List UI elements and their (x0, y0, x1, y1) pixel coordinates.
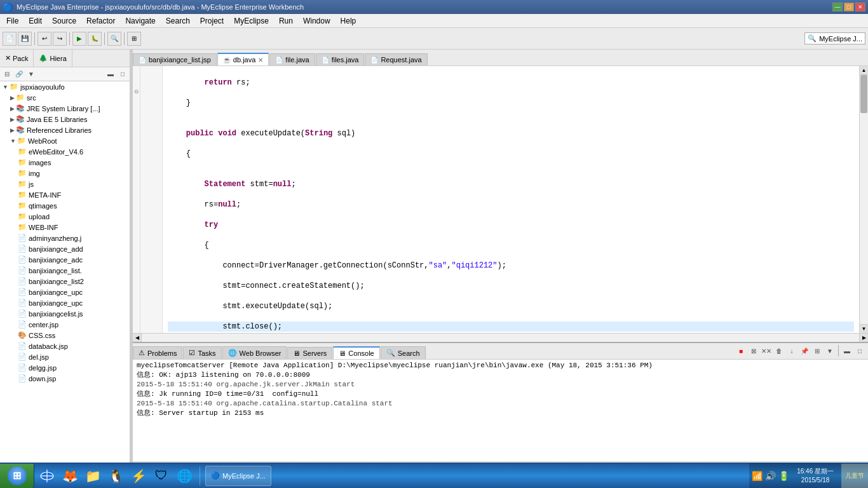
taskbar-holiday[interactable]: 儿童节 (841, 464, 868, 488)
sidebar-minimize-btn[interactable]: ▬ (105, 69, 116, 80)
tree-js[interactable]: 📁 js (0, 179, 130, 189)
toolbar-search-box[interactable]: 🔍 MyEclipse J... (804, 32, 865, 44)
tree-banjixiangce-list2[interactable]: 📄 banjixiangce_list2 (0, 276, 130, 287)
sidebar-link-btn[interactable]: 🔗 (13, 69, 25, 80)
tree-center[interactable]: 📄 center.jsp (0, 319, 130, 330)
editor-horizontal-scrollbar[interactable]: ◀ ▶ (133, 333, 868, 342)
tab-search[interactable]: 🔍 Search (381, 346, 426, 359)
sidebar-tab-hiera[interactable]: 🌲 Hiera (34, 50, 72, 67)
tree-img[interactable]: 📁 img (0, 168, 130, 179)
tray-battery-icon[interactable]: 🔋 (778, 471, 789, 481)
menu-item-help[interactable]: Help (336, 15, 362, 27)
taskbar-icon-qq[interactable]: 🐧 (105, 466, 126, 486)
menu-item-project[interactable]: Project (195, 15, 229, 27)
tree-delgg[interactable]: 📄 delgg.jsp (0, 362, 130, 373)
tree-adminyanzheng[interactable]: 📄 adminyanzheng.j (0, 233, 130, 243)
console-disconnect-btn[interactable]: ⊠ (748, 345, 759, 356)
tree-down[interactable]: 📄 down.jsp (0, 373, 130, 384)
scroll-left-btn[interactable]: ◀ (133, 334, 142, 342)
tree-css[interactable]: 🎨 CSS.css (0, 330, 130, 341)
sidebar-maximize-btn[interactable]: □ (117, 69, 128, 80)
tab-banjixiangce-list[interactable]: 📄 banjixiangce_list.jsp (133, 53, 217, 65)
tree-javaee[interactable]: ▶ 📚 Java EE 5 Libraries (0, 114, 130, 125)
menu-item-search[interactable]: Search (161, 15, 195, 27)
tray-network-icon[interactable]: 📶 (752, 471, 763, 481)
tree-banjixiangce-upc2[interactable]: 📄 banjixiangce_upc (0, 297, 130, 308)
tab-db-close[interactable]: ✕ (258, 57, 263, 64)
minimize-button[interactable]: — (832, 3, 843, 11)
tab-db-java[interactable]: ☕ db.java ✕ (217, 53, 269, 65)
taskbar-icon-ie[interactable] (37, 466, 57, 486)
tab-console[interactable]: 🖥 Console (333, 346, 379, 359)
tree-del[interactable]: 📄 del.jsp (0, 351, 130, 362)
sidebar-menu-btn[interactable]: ▼ (25, 69, 37, 80)
console-maximize-btn[interactable]: □ (854, 345, 865, 356)
tab-request-java[interactable]: 📄 Request.java (365, 53, 427, 65)
tree-metainf[interactable]: 📁 META-INF (0, 189, 130, 200)
toolbar-save-btn[interactable]: 💾 (18, 32, 32, 46)
menu-item-run[interactable]: Run (274, 15, 298, 27)
toolbar-debug-btn[interactable]: 🐛 (88, 32, 102, 46)
menu-item-navigate[interactable]: Navigate (120, 15, 160, 27)
taskbar-icon-thunder[interactable]: ⚡ (128, 466, 149, 486)
tree-banjixiangcelist[interactable]: 📄 banjixiangcelist.js (0, 308, 130, 319)
tree-src[interactable]: ▶ 📁 src (0, 92, 130, 103)
tab-servers[interactable]: 🖥 Servers (287, 347, 332, 359)
tree-webroot[interactable]: ▼ 📁 WebRoot (0, 135, 130, 146)
taskbar-icon-firefox[interactable]: 🦊 (60, 466, 80, 486)
tree-reflib[interactable]: ▶ 📚 Referenced Libraries (0, 125, 130, 135)
taskbar-icon-folder[interactable]: 📁 (83, 466, 103, 486)
menu-item-window[interactable]: Window (298, 15, 336, 27)
console-clear-btn[interactable]: 🗑 (773, 345, 785, 356)
menu-item-source[interactable]: Source (47, 15, 81, 27)
tree-images[interactable]: 📁 images (0, 157, 130, 168)
tree-upload[interactable]: 📁 upload (0, 211, 130, 222)
tab-problems[interactable]: ⚠ Problems (133, 346, 182, 359)
console-pin-btn[interactable]: 📌 (799, 345, 810, 356)
start-button[interactable]: ⊞ (0, 464, 34, 488)
taskbar-app-myeclipse[interactable]: 🔵 MyEclipse J... (205, 466, 271, 486)
scroll-down-btn[interactable]: ▼ (860, 324, 868, 333)
tree-qtimages[interactable]: 📁 qtimages (0, 200, 130, 211)
console-menu-btn[interactable]: ▼ (824, 345, 836, 356)
console-terminate-btn[interactable]: ■ (735, 345, 747, 356)
taskbar-clock[interactable]: 16:46 星期一 2015/5/18 (792, 467, 839, 485)
taskbar-icon-chrome[interactable]: 🌐 (174, 466, 194, 486)
maximize-button[interactable]: □ (844, 3, 854, 11)
scroll-up-btn[interactable]: ▲ (860, 66, 868, 75)
tray-volume-icon[interactable]: 🔊 (765, 471, 776, 481)
tree-jre[interactable]: ▶ 📚 JRE System Library [...] (0, 103, 130, 114)
taskbar-icon-360[interactable]: 🛡 (151, 466, 172, 486)
tree-ewebeditor[interactable]: 📁 eWebEditor_V4.6 (0, 146, 130, 157)
menu-item-file[interactable]: File (1, 15, 24, 27)
toolbar-perspective-btn[interactable]: ⊞ (127, 32, 141, 46)
tree-databack[interactable]: 📄 databack.jsp (0, 341, 130, 351)
console-new-btn[interactable]: ⊞ (811, 345, 823, 356)
scroll-thumb[interactable] (860, 75, 867, 113)
tab-file-java[interactable]: 📄 file.java (269, 53, 315, 65)
toolbar-undo-btn[interactable]: ↩ (37, 32, 51, 46)
toolbar-search-btn[interactable]: 🔍 (107, 32, 121, 46)
code-editor[interactable]: return rs; } public void executeUpdate(S… (163, 66, 859, 333)
toolbar-redo-btn[interactable]: ↪ (53, 32, 67, 46)
tab-web-browser[interactable]: 🌐 Web Browser (222, 346, 287, 359)
tree-banjixiangce-list[interactable]: 📄 banjixiangce_list. (0, 265, 130, 276)
tree-banjixiangce-adc[interactable]: 📄 banjixiangce_adc (0, 254, 130, 265)
toolbar-run-btn[interactable]: ▶ (72, 32, 86, 46)
tree-webinf[interactable]: 📁 WEB-INF (0, 222, 130, 233)
toolbar-new-btn[interactable]: 📄 (3, 32, 17, 46)
menu-item-edit[interactable]: Edit (24, 15, 47, 27)
tree-root[interactable]: ▼ 📁 jspxiaoyoulufo (0, 81, 130, 92)
console-minimize-btn[interactable]: ▬ (841, 345, 853, 356)
menu-item-refactor[interactable]: Refactor (81, 15, 120, 27)
tree-banjixiangce-add[interactable]: 📄 banjixiangce_add (0, 243, 130, 254)
tree-banjixiangce-upc1[interactable]: 📄 banjixiangce_upc (0, 287, 130, 297)
scroll-right-btn[interactable]: ▶ (859, 334, 868, 342)
console-scroll-btn[interactable]: ↓ (786, 345, 797, 356)
editor-vertical-scrollbar[interactable]: ▲ ▼ (859, 66, 868, 333)
menu-item-myeclipse[interactable]: MyEclipse (229, 15, 274, 27)
tab-files-java[interactable]: 📄 files.java (316, 53, 365, 65)
sidebar-tab-pack[interactable]: ✕ Pack (0, 50, 34, 67)
console-remove-btn[interactable]: ✕✕ (761, 345, 772, 356)
tab-tasks[interactable]: ☑ Tasks (183, 346, 221, 359)
